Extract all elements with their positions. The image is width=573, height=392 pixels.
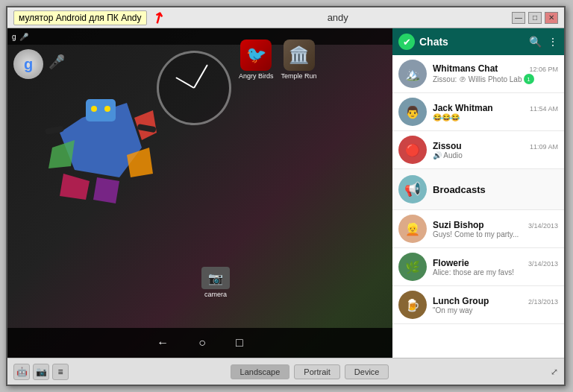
close-button[interactable]: ✕ (545, 12, 558, 24)
temple-run-icon[interactable]: 🏛️ Temple Run (281, 39, 317, 80)
whatsapp-menu-icon[interactable]: ⋮ (548, 36, 558, 48)
chat-avatar: 🍺 (398, 291, 427, 319)
chat-time: 12:06 PM (529, 66, 558, 73)
chat-content: Suzi Bishop 3/14/2013 Guys! Come to my p… (433, 220, 558, 238)
minimize-button[interactable]: — (512, 12, 525, 24)
whatsapp-panel: ✔ Chats 🔍 ⋮ 🏔️ Whitmans Chat 12:06 PM Zi… (392, 28, 564, 358)
chat-preview: "On my way (433, 306, 558, 314)
chat-time: 11:54 AM (530, 105, 558, 113)
emulator-window: мулятор Android для ПК Andy ↗ andy — □ ✕… (6, 6, 566, 386)
android-screen: g 🎤 ▲▼ WiFi 12:06 g 🎤 (7, 28, 564, 358)
chat-top: Whitmans Chat 12:06 PM (433, 63, 558, 74)
svg-marker-6 (60, 174, 90, 200)
chat-preview-text: Alice: those are my favs! (433, 268, 514, 276)
chat-preview-text: 🔊 Audio (433, 151, 463, 159)
clock-face (160, 54, 228, 121)
chat-time: 11:09 AM (530, 143, 558, 151)
chat-avatar: 🌿 (398, 253, 427, 281)
chat-content: Flowerie 3/14/2013 Alice: those are my f… (433, 258, 558, 276)
broadcasts-label: Broadcasts (433, 184, 486, 195)
title-bar: мулятор Android для ПК Andy ↗ andy — □ ✕ (7, 7, 564, 28)
chat-item[interactable]: 🔴 Zissou 11:09 AM 🔊 Audio (392, 131, 564, 169)
camera-desktop-icon[interactable]: 📷 camera (201, 267, 230, 298)
angry-birds-icon[interactable]: 🐦 Angry Birds (239, 39, 274, 80)
android-bottom-nav: ← ○ □ (7, 328, 392, 358)
chat-top: Jack Whitman 11:54 AM (433, 103, 558, 113)
clock-minute-hand (193, 64, 208, 88)
emulator-bottom-bar: 🤖 📷 ≡ Landscape Portrait Device ⤢ (7, 358, 564, 385)
chat-list: 🏔️ Whitmans Chat 12:06 PM Zissou: ℗ Will… (392, 55, 564, 358)
chat-name: Zissou (433, 141, 462, 151)
chat-preview: Zissou: ℗ Willis Photo Lab 1 (433, 74, 558, 84)
broadcasts-item[interactable]: 📢 Broadcasts (392, 169, 564, 210)
mic-icon: 🎤 (19, 33, 28, 41)
whatsapp-header: ✔ Chats 🔍 ⋮ (392, 28, 564, 55)
title-bar-left: мулятор Android для ПК Andy ↗ (13, 9, 164, 27)
chat-preview: Alice: those are my favs! (433, 268, 558, 276)
android-mascot (22, 58, 172, 230)
svg-marker-4 (48, 140, 75, 168)
home-button[interactable]: ○ (198, 336, 206, 350)
chat-content: Jack Whitman 11:54 AM 😂😂😂 (433, 103, 558, 121)
landscape-mode-button[interactable]: Landscape (231, 364, 290, 379)
chat-preview-text: "On my way (433, 306, 473, 314)
svg-rect-1 (86, 99, 116, 121)
chat-content: Whitmans Chat 12:06 PM Zissou: ℗ Willis … (433, 63, 558, 84)
camera-label: camera (204, 291, 227, 298)
mode-buttons: Landscape Portrait Device (231, 364, 389, 379)
camera-box: 📷 (201, 267, 230, 289)
chat-avatar: 🔴 (398, 136, 427, 164)
chat-time: 3/14/2013 (528, 222, 558, 230)
chat-name: Whitmans Chat (433, 63, 498, 74)
app-icons-row: 🐦 Angry Birds 🏛️ Temple Run (239, 39, 392, 80)
chat-time: 2/13/2013 (528, 298, 558, 306)
chat-avatar: 👱 (398, 215, 427, 243)
chat-item[interactable]: 👨 Jack Whitman 11:54 AM 😂😂😂 (392, 93, 564, 131)
window-title: andy (328, 12, 348, 23)
back-button[interactable]: ← (157, 336, 169, 350)
arrow-decoration: ↗ (148, 7, 168, 28)
android-icon-btn[interactable]: 🤖 (13, 364, 30, 380)
chat-top: Zissou 11:09 AM (433, 141, 558, 151)
portrait-mode-button[interactable]: Portrait (294, 364, 339, 379)
broadcast-avatar: 📢 (398, 175, 427, 203)
chat-item[interactable]: 🏔️ Whitmans Chat 12:06 PM Zissou: ℗ Will… (392, 55, 564, 93)
resize-icon[interactable]: ⤢ (551, 367, 558, 377)
chat-name: Jack Whitman (433, 103, 493, 113)
temple-run-label: Temple Run (281, 72, 317, 80)
maximize-button[interactable]: □ (528, 12, 542, 24)
angry-birds-label: Angry Birds (239, 72, 274, 80)
chat-item[interactable]: 🌿 Flowerie 3/14/2013 Alice: those are my… (392, 248, 564, 286)
whatsapp-logo: ✔ (398, 34, 415, 50)
device-mode-button[interactable]: Device (345, 364, 389, 379)
recent-button[interactable]: □ (236, 336, 243, 350)
google-icon: g (12, 33, 16, 41)
menu-icon-btn[interactable]: ≡ (52, 364, 69, 380)
svg-marker-7 (93, 177, 119, 203)
chat-badge: 1 (524, 74, 534, 84)
chat-preview: Guys! Come to my party... (433, 230, 558, 238)
chat-preview: 😂😂😂 (433, 113, 558, 121)
whatsapp-title: Chats (419, 36, 525, 48)
whatsapp-header-icons: 🔍 ⋮ (529, 36, 558, 48)
chat-preview: 🔊 Audio (433, 151, 558, 159)
chat-preview-text: Guys! Come to my party... (433, 230, 519, 238)
chat-preview-text: Zissou: ℗ Willis Photo Lab (433, 75, 522, 83)
status-bar-left: g 🎤 (12, 33, 28, 41)
chat-content: Lunch Group 2/13/2013 "On my way (433, 296, 558, 314)
chat-item[interactable]: 🍺 Lunch Group 2/13/2013 "On my way (392, 286, 564, 324)
whatsapp-search-icon[interactable]: 🔍 (529, 36, 542, 48)
clock-widget (157, 51, 231, 125)
camera-icon-btn[interactable]: 📷 (33, 364, 49, 380)
chat-name: Flowerie (433, 258, 469, 268)
chat-top: Lunch Group 2/13/2013 (433, 296, 558, 306)
svg-point-2 (91, 106, 97, 112)
angry-birds-img: 🐦 (240, 39, 272, 71)
chat-item[interactable]: 👱 Suzi Bishop 3/14/2013 Guys! Come to my… (392, 210, 564, 248)
window-tooltip: мулятор Android для ПК Andy (13, 10, 147, 25)
window-controls: — □ ✕ (512, 12, 558, 24)
chat-top: Flowerie 3/14/2013 (433, 258, 558, 268)
chat-avatar: 👨 (398, 98, 427, 126)
chat-preview-text: 😂😂😂 (433, 113, 460, 121)
chat-avatar: 🏔️ (398, 60, 427, 88)
